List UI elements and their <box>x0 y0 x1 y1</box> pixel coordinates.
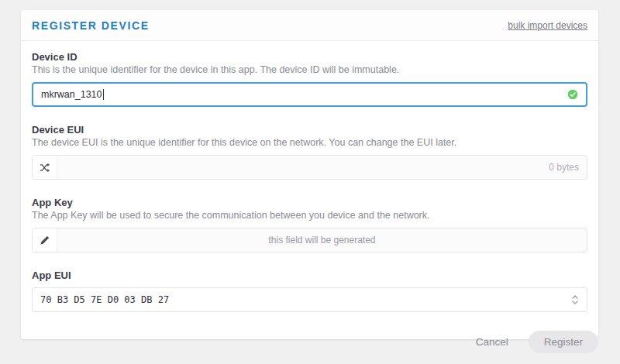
shuffle-icon[interactable] <box>33 156 57 179</box>
pencil-icon[interactable] <box>33 228 57 252</box>
device-id-description: This is the unique identifier for the de… <box>32 64 587 75</box>
form-actions: Cancel Register <box>476 331 598 353</box>
device-eui-label: Device EUI <box>32 124 587 136</box>
app-eui-selected-value: 70 B3 D5 7E D0 03 DB 27 <box>40 294 169 305</box>
app-eui-label: App EUI <box>32 270 587 281</box>
card-header: REGISTER DEVICE bulk import devices <box>21 10 598 41</box>
device-eui-byte-count: 0 bytes <box>57 162 587 173</box>
field-device-id: Device ID This is the unique identifier … <box>32 51 587 107</box>
app-key-description: The App Key will be used to secure the c… <box>32 210 587 221</box>
card-body: Device ID This is the unique identifier … <box>21 41 598 339</box>
text-caret <box>103 89 104 100</box>
register-device-card: REGISTER DEVICE bulk import devices Devi… <box>21 10 598 339</box>
app-key-placeholder: this field will be generated <box>57 235 587 246</box>
page-title: REGISTER DEVICE <box>32 19 150 32</box>
device-id-label: Device ID <box>32 51 587 63</box>
app-key-label: App Key <box>32 197 587 208</box>
updown-chevron-icon[interactable] <box>571 294 579 305</box>
field-device-eui: Device EUI The device EUI is the unique … <box>32 124 587 180</box>
register-button[interactable]: Register <box>529 331 598 353</box>
check-circle-icon <box>567 89 578 100</box>
device-id-value: mkrwan_1310 <box>41 89 102 100</box>
device-id-input[interactable]: mkrwan_1310 <box>32 82 587 107</box>
cancel-button[interactable]: Cancel <box>476 336 508 348</box>
app-key-input[interactable]: this field will be generated <box>32 228 587 252</box>
device-eui-input[interactable]: 0 bytes <box>32 155 587 180</box>
field-app-eui: App EUI 70 B3 D5 7E D0 03 DB 27 <box>32 270 587 312</box>
field-app-key: App Key The App Key will be used to secu… <box>32 197 587 252</box>
bulk-import-devices-link[interactable]: bulk import devices <box>508 20 587 31</box>
device-eui-description: The device EUI is the unique identifier … <box>32 137 587 148</box>
app-eui-select[interactable]: 70 B3 D5 7E D0 03 DB 27 <box>32 287 587 312</box>
